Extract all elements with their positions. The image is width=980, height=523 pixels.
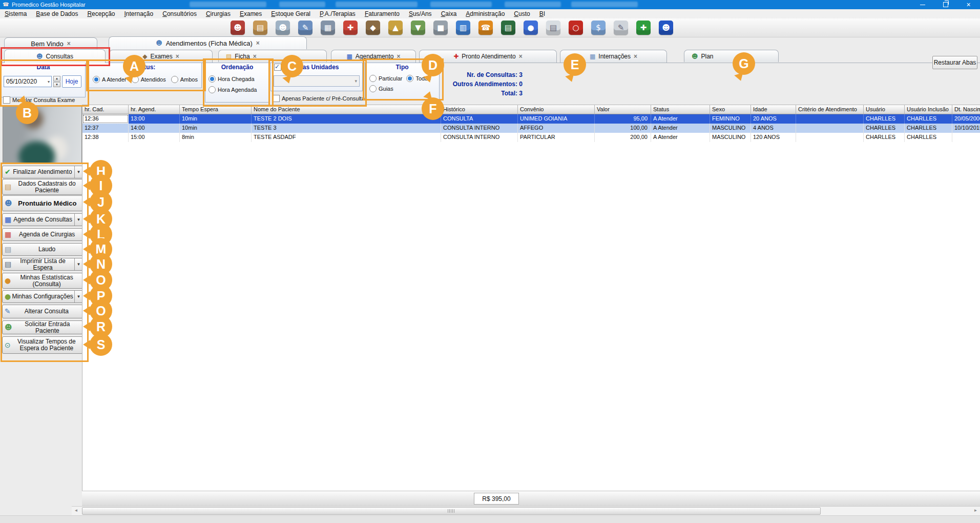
scrollbar-thumb[interactable] xyxy=(82,507,821,515)
menu-bi[interactable]: BI xyxy=(535,10,550,17)
menu-cirurgias[interactable]: Cirurgias xyxy=(201,10,235,17)
finalizar-atendimento-button[interactable]: ✔Finalizar Atendimento xyxy=(2,166,83,178)
menu-interna-o[interactable]: Internação xyxy=(119,10,158,17)
prescription-icon[interactable]: ✎ xyxy=(298,21,312,35)
radio-hora-agendada[interactable]: Hora Agendada xyxy=(208,86,269,93)
agenda-de-consultas-button[interactable]: ▦Agenda de Consultas xyxy=(2,213,83,226)
minhas-estat-sticas-consulta-button[interactable]: ●Minhas Estatísticas (Consulta) xyxy=(2,273,83,289)
visualizar-tempos-de-espera-do-paciente-button[interactable]: ⊙Visualizar Tempos de Espera do Paciente xyxy=(2,336,83,354)
chevron-down-icon[interactable] xyxy=(74,214,82,226)
column-header-hr-agend[interactable]: hr. Agend. xyxy=(129,105,180,114)
menu-caixa[interactable]: Caixa xyxy=(436,10,462,17)
menu-estoque-geral[interactable]: Estoque Geral xyxy=(266,10,315,17)
pharmacy-icon[interactable]: ◆ xyxy=(366,21,380,35)
table-row[interactable]: 12:3815:008minTESTE ASDADFCONSULTA INTER… xyxy=(82,133,980,142)
statistics-icon[interactable]: ▥ xyxy=(456,21,470,35)
report-icon[interactable]: ▤ xyxy=(546,21,560,35)
column-header-hist-rico[interactable]: Histórico xyxy=(441,105,518,114)
revenue-up-icon[interactable]: ▲ xyxy=(388,21,403,35)
ledger-icon[interactable]: ▤ xyxy=(501,21,515,35)
medical-records-icon[interactable]: ▤ xyxy=(253,21,267,35)
subtab-consultas[interactable]: ☻ Consultas xyxy=(4,49,106,63)
chevron-down-icon[interactable] xyxy=(48,79,51,84)
radio-icon[interactable] xyxy=(208,86,216,93)
column-header-nome-do-paciente[interactable]: Nome do Paciente xyxy=(252,105,441,114)
power-icon[interactable]: ○ xyxy=(569,21,583,35)
menu-base-de-dados[interactable]: Base de Dados xyxy=(31,10,82,17)
subtab-agendamento[interactable]: ▦ Agendamento xyxy=(331,50,416,63)
prontu-rio-m-dico-button[interactable]: ☻Prontuário Médico xyxy=(2,195,83,211)
vitals-book-icon[interactable]: ✚ xyxy=(636,21,651,35)
radio-hora-chegada[interactable]: Hora Chegada xyxy=(208,75,269,83)
chevron-down-icon[interactable] xyxy=(74,291,82,303)
table-row[interactable]: 12:3613:0010minTESTE 2 DOISCONSULTAUNIME… xyxy=(82,114,980,124)
checkbox-icon[interactable] xyxy=(274,64,281,71)
column-header-usu-rio-inclus-o[interactable]: Usuário Inclusão xyxy=(905,105,952,114)
close-tab-icon[interactable] xyxy=(519,53,523,60)
doctor-icon[interactable]: ☻ xyxy=(276,21,290,35)
column-header-idade[interactable]: Idade xyxy=(751,105,796,114)
ambulance-icon[interactable]: ✚ xyxy=(343,21,358,35)
chevron-down-icon[interactable] xyxy=(74,258,82,270)
menu-sus-ans[interactable]: Sus/Ans xyxy=(404,10,436,17)
table-row[interactable]: 12:3714:0010minTESTE 3CONSULTA INTERNOAF… xyxy=(82,124,980,133)
radio-ambos[interactable]: Ambos xyxy=(171,76,198,83)
menu-exames[interactable]: Exames xyxy=(235,10,266,17)
column-header-hr-cad[interactable]: hr. Cad. xyxy=(82,105,129,114)
restore-button[interactable] xyxy=(934,0,957,9)
menu-faturamento[interactable]: Faturamento xyxy=(360,10,404,17)
radio-icon[interactable] xyxy=(369,75,377,82)
close-tab-icon[interactable] xyxy=(397,53,401,60)
column-header-status[interactable]: Status xyxy=(651,105,710,114)
close-tab-icon[interactable] xyxy=(253,53,257,60)
radio-icon[interactable] xyxy=(171,76,178,83)
mesclar-consulta-exame-checkbox[interactable]: Mesclar Consulta Exame xyxy=(3,96,75,104)
date-stepper[interactable]: ▲▼ xyxy=(53,76,60,87)
safe-icon[interactable]: ■ xyxy=(433,21,448,35)
menu-administra-o[interactable]: Administração xyxy=(461,10,509,17)
patient-book-icon[interactable]: ☻ xyxy=(659,21,673,35)
column-header-sexo[interactable]: Sexo xyxy=(710,105,751,114)
column-header-dt-nascimer[interactable]: Dt. Nascimer xyxy=(952,105,980,114)
patients-icon[interactable]: ☻ xyxy=(231,21,245,35)
agenda-de-cirurgias-button[interactable]: ▦Agenda de Cirurgias xyxy=(2,228,83,241)
column-header-usu-rio[interactable]: Usuário xyxy=(864,105,905,114)
close-tab-icon[interactable] xyxy=(634,53,637,60)
menu-consult-rios[interactable]: Consultórios xyxy=(158,10,201,17)
column-header-conv-nio[interactable]: Convênio xyxy=(518,105,595,114)
phonebook-icon[interactable]: ☎ xyxy=(478,21,493,35)
restaurar-abas-button[interactable]: Restaurar Abas xyxy=(932,56,977,69)
apenas-pre-consulta-checkbox[interactable]: Apenas Paciente c/ Pré-Consulta xyxy=(273,95,365,102)
radio-icon[interactable] xyxy=(208,75,216,83)
billing-icon[interactable]: $ xyxy=(591,21,606,35)
column-header-valor[interactable]: Valor xyxy=(595,105,651,114)
close-tab-icon[interactable] xyxy=(67,40,71,47)
close-tab-icon[interactable] xyxy=(256,39,260,47)
menu-recep-o[interactable]: Recepção xyxy=(82,10,119,17)
tab-atendimentos-ficha-medica[interactable]: ☻ Atendimentos (Ficha Médica) xyxy=(109,36,307,49)
horizontal-scrollbar[interactable]: ◄ ► xyxy=(72,506,980,516)
radio-icon[interactable] xyxy=(93,76,100,83)
solicitar-entrada-paciente-button[interactable]: ☻Solicitar Entrada Paciente xyxy=(2,320,83,334)
column-header-tempo-espera[interactable]: Tempo Espera xyxy=(180,105,252,114)
tab-bem-vindo[interactable]: Bem Vindo xyxy=(4,37,97,49)
contract-icon[interactable]: ✎ xyxy=(614,21,628,35)
radio-icon[interactable] xyxy=(406,75,413,82)
menu-p-a-terapias[interactable]: P.A./Terapias xyxy=(315,10,360,17)
radio-particular[interactable]: Particular xyxy=(369,75,402,82)
scroll-right-icon[interactable]: ► xyxy=(971,507,980,514)
subtab-plan[interactable]: ☻ Plan xyxy=(684,50,779,62)
hospital-equipment-icon[interactable]: ▦ xyxy=(321,21,335,35)
column-header-crit-rio-de-atendimento[interactable]: Critério de Atendimento xyxy=(796,105,864,114)
payments-icon[interactable]: ▼ xyxy=(411,21,425,35)
checkbox-icon[interactable] xyxy=(273,95,280,102)
scroll-left-icon[interactable]: ◄ xyxy=(72,507,80,514)
minimize-button[interactable] xyxy=(911,0,934,9)
menu-sistema[interactable]: Sistema xyxy=(0,10,31,17)
date-input[interactable]: 05/10/2020 xyxy=(4,76,52,87)
checkbox-icon[interactable] xyxy=(3,96,10,104)
alterar-consulta-button[interactable]: ✎Alterar Consulta xyxy=(2,305,83,318)
close-button[interactable] xyxy=(957,0,980,9)
minhas-configura-es-button[interactable]: ●Minhas Configurações xyxy=(2,290,83,303)
radio-a-atender[interactable]: A Atender xyxy=(93,76,127,83)
